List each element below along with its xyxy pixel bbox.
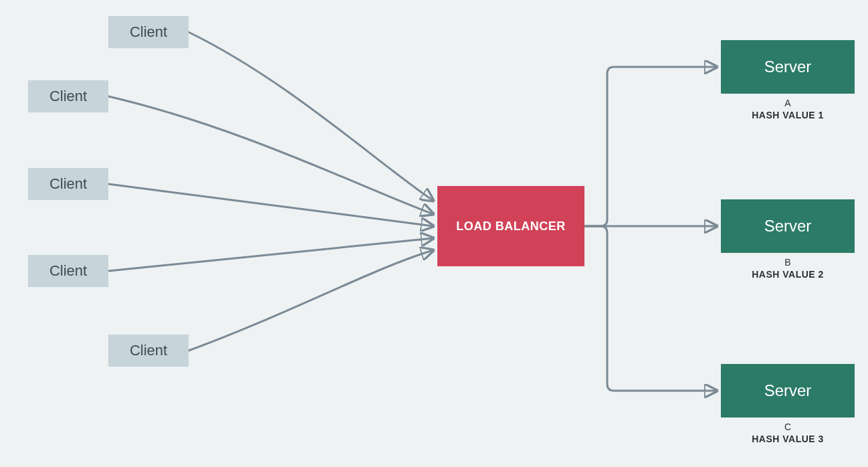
server-group-a: Server A HASH VALUE 1 bbox=[721, 40, 855, 120]
client-box-3: Client bbox=[28, 168, 108, 200]
client-box-4: Client bbox=[28, 255, 108, 287]
server-hash-c: HASH VALUE 3 bbox=[721, 434, 855, 444]
server-letter-c: C bbox=[721, 422, 855, 432]
server-letter-a: A bbox=[721, 98, 855, 108]
client-label: Client bbox=[130, 342, 167, 359]
client-label: Client bbox=[49, 88, 87, 105]
server-box-a: Server bbox=[721, 40, 855, 94]
server-label: Server bbox=[764, 381, 812, 400]
client-label: Client bbox=[130, 23, 167, 41]
server-group-b: Server B HASH VALUE 2 bbox=[721, 199, 855, 280]
server-label: Server bbox=[764, 217, 812, 236]
load-balancer-box: LOAD BALANCER bbox=[437, 186, 584, 266]
server-box-c: Server bbox=[721, 364, 855, 417]
server-box-b: Server bbox=[721, 199, 855, 253]
server-letter-b: B bbox=[721, 257, 855, 268]
client-box-5: Client bbox=[108, 335, 189, 367]
client-box-2: Client bbox=[28, 80, 108, 112]
client-label: Client bbox=[49, 175, 87, 193]
client-label: Client bbox=[49, 262, 87, 280]
diagram-canvas: Client Client Client Client Client LOAD … bbox=[0, 0, 868, 467]
server-hash-a: HASH VALUE 1 bbox=[721, 110, 855, 120]
server-group-c: Server C HASH VALUE 3 bbox=[721, 364, 855, 444]
server-label: Server bbox=[764, 58, 812, 76]
client-box-1: Client bbox=[108, 16, 189, 48]
server-hash-b: HASH VALUE 2 bbox=[721, 269, 855, 280]
load-balancer-label: LOAD BALANCER bbox=[456, 219, 566, 234]
